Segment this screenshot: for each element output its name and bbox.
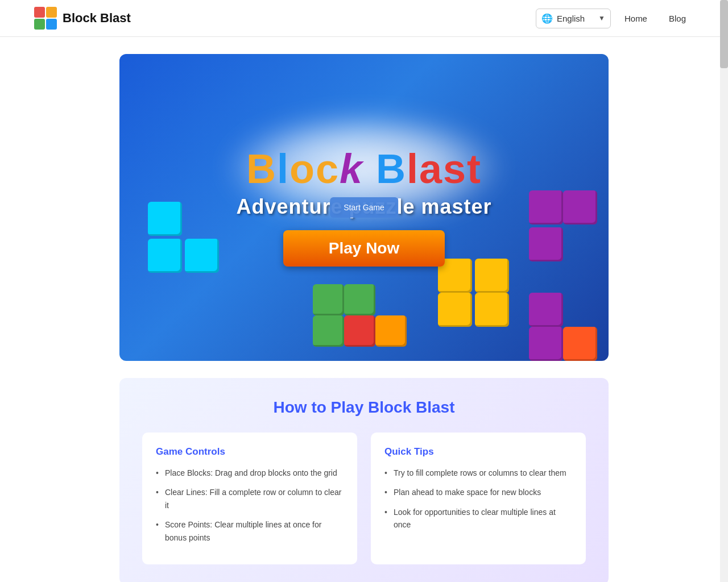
title-B: B xyxy=(246,146,277,192)
title-k: k xyxy=(340,146,363,192)
block-yellow-3 xyxy=(438,293,472,327)
quick-tips-col: Quick Tips Try to fill complete rows or … xyxy=(371,433,586,564)
block-green-2 xyxy=(344,284,375,315)
title-c: c xyxy=(316,146,340,192)
block-red-1 xyxy=(344,315,375,347)
info-section: How to Play Block Blast Game Controls Pl… xyxy=(85,378,643,582)
block-purple-3 xyxy=(529,227,563,261)
quick-tips-list: Try to fill complete rows or columns to … xyxy=(384,467,572,531)
navbar: Block Blast 🌐 English Español Français D… xyxy=(0,0,728,37)
block-green-3 xyxy=(313,315,344,347)
home-link[interactable]: Home xyxy=(617,9,655,28)
scrollbar[interactable] xyxy=(720,0,728,582)
hero-banner: Block Blast Adventure puzzle master Play… xyxy=(119,54,609,361)
block-purple-5 xyxy=(529,327,563,361)
info-card: How to Play Block Blast Game Controls Pl… xyxy=(119,378,609,582)
block-green-1 xyxy=(313,284,344,315)
list-item: Place Blocks: Drag and drop blocks onto … xyxy=(156,467,344,479)
block-cyan-3 xyxy=(185,239,219,273)
title-as: a xyxy=(419,146,443,192)
list-item: Plan ahead to make space for new blocks xyxy=(384,486,572,498)
blog-link[interactable]: Blog xyxy=(661,9,694,28)
block-cyan-1 xyxy=(148,202,182,236)
title-o: o xyxy=(289,146,316,192)
nav-right: 🌐 English Español Français Deutsch 中文 ▼ … xyxy=(536,9,694,28)
title-st: st xyxy=(443,146,482,192)
quick-tips-heading: Quick Tips xyxy=(384,446,572,458)
logo-link[interactable]: Block Blast xyxy=(34,7,131,30)
list-item: Clear Lines: Fill a complete row or colu… xyxy=(156,486,344,512)
block-orange-1 xyxy=(375,315,407,347)
info-title: How to Play Block Blast xyxy=(142,398,586,417)
block-yellow-4 xyxy=(475,293,509,327)
game-controls-list: Place Blocks: Drag and drop blocks onto … xyxy=(156,467,344,544)
title-la: l xyxy=(407,146,419,192)
list-item: Look for opportunities to clear multiple… xyxy=(384,506,572,531)
title-B2: B xyxy=(376,146,407,192)
game-controls-col: Game Controls Place Blocks: Drag and dro… xyxy=(142,433,357,564)
scrollbar-thumb[interactable] xyxy=(720,0,728,68)
list-item: Try to fill complete rows or columns to … xyxy=(384,467,572,479)
block-purple-1 xyxy=(529,190,563,225)
hero-title: Block Blast xyxy=(246,148,482,189)
block-orange-2 xyxy=(563,327,597,361)
block-cyan-2 xyxy=(148,239,182,273)
title-l: l xyxy=(277,146,289,192)
logo-text: Block Blast xyxy=(63,11,131,26)
info-columns: Game Controls Place Blocks: Drag and dro… xyxy=(142,433,586,564)
start-game-button[interactable]: Start Game xyxy=(330,197,398,218)
game-controls-heading: Game Controls xyxy=(156,446,344,458)
play-now-button[interactable]: Play Now xyxy=(283,230,445,267)
language-selector-wrapper[interactable]: 🌐 English Español Français Deutsch 中文 ▼ xyxy=(536,9,611,28)
hero-wrapper: Block Blast Adventure puzzle master Play… xyxy=(85,54,643,361)
language-select[interactable]: English Español Français Deutsch 中文 xyxy=(536,9,611,28)
block-purple-2 xyxy=(563,190,597,225)
block-purple-4 xyxy=(529,293,563,327)
list-item: Score Points: Clear multiple lines at on… xyxy=(156,518,344,544)
logo-icon xyxy=(34,7,57,30)
